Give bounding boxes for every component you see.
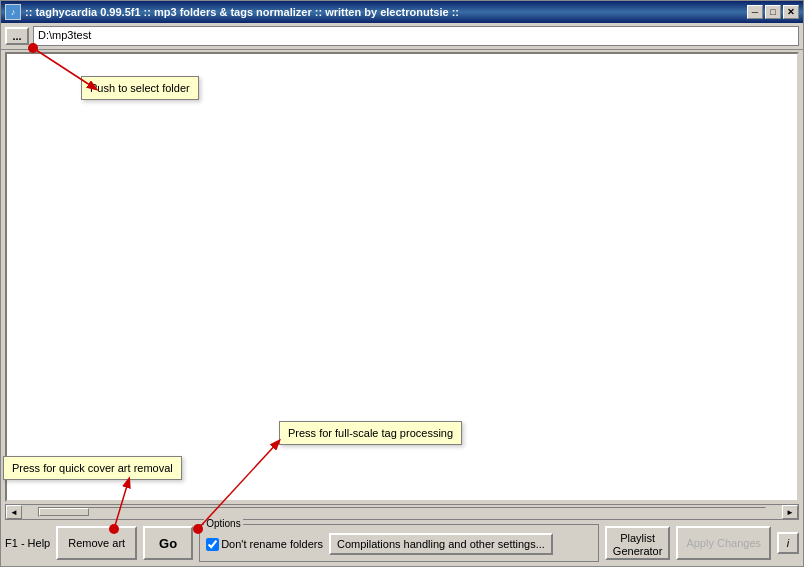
go-tooltip-text: Press for full-scale tag processing [288,427,453,439]
close-button[interactable]: ✕ [783,5,799,19]
dont-rename-label[interactable]: Don't rename folders [206,538,323,551]
scroll-right-button[interactable]: ► [782,505,798,519]
remove-art-button[interactable]: Remove art [56,526,137,560]
scroll-left-button[interactable]: ◄ [6,505,22,519]
main-window: ♪ :: taghycardia 0.99.5f1 :: mp3 folders… [0,0,804,567]
window-controls: ─ □ ✕ [747,5,799,19]
folder-tooltip: Push to select folder [81,76,199,100]
go-tooltip: Press for full-scale tag processing [279,421,462,445]
path-display: D:\mp3test [33,26,799,46]
window-title: :: taghycardia 0.99.5f1 :: mp3 folders &… [25,6,459,18]
dont-rename-checkbox[interactable] [206,538,219,551]
app-icon: ♪ [5,4,21,20]
bottom-toolbar: F1 - Help Remove art Go Options Don't re… [1,520,803,566]
options-legend: Options [204,518,242,529]
remove-art-tooltip-text: Press for quick cover art removal [12,462,173,474]
title-left: ♪ :: taghycardia 0.99.5f1 :: mp3 folders… [5,4,459,20]
scrollbar-thumb[interactable] [39,508,89,516]
folder-tooltip-text: Push to select folder [90,82,190,94]
compilations-button[interactable]: Compilations handling and other settings… [329,533,553,555]
options-row: Don't rename folders Compilations handli… [206,533,592,555]
apply-changes-button[interactable]: Apply Changes [676,526,771,560]
scrollbar-track[interactable] [38,507,766,517]
playlist-line1: Playlist [620,532,655,544]
title-bar: ♪ :: taghycardia 0.99.5f1 :: mp3 folders… [1,1,803,23]
path-bar: ... D:\mp3test [1,23,803,50]
go-button[interactable]: Go [143,526,193,560]
select-folder-button[interactable]: ... [5,27,29,45]
maximize-button[interactable]: □ [765,5,781,19]
info-button[interactable]: i [777,532,799,554]
help-label: F1 - Help [5,537,50,549]
options-group: Options Don't rename folders Compilation… [199,524,599,562]
minimize-button[interactable]: ─ [747,5,763,19]
playlist-line2: Generator [613,545,663,557]
playlist-generator-button[interactable]: Playlist Generator [605,526,671,560]
horizontal-scrollbar[interactable]: ◄ ► [5,504,799,520]
remove-art-tooltip: Press for quick cover art removal [3,456,182,480]
